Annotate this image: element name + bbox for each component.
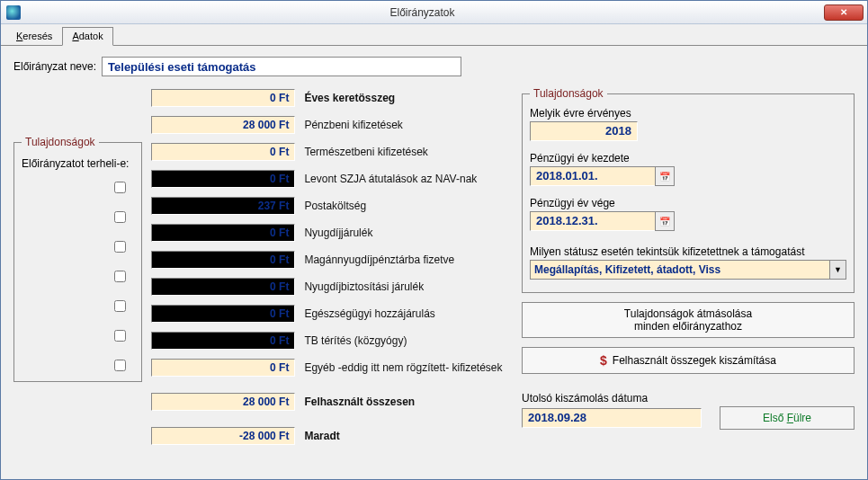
value-label: Magánnyugdíjpénztárba fizetve	[304, 253, 454, 266]
value-box[interactable]: 0 Ft	[151, 251, 295, 269]
value-row: 237 FtPostaköltség	[151, 195, 513, 217]
check-tb[interactable]	[114, 360, 126, 371]
value-label: Nyugdíjbiztosítási járulék	[304, 280, 424, 293]
value-box[interactable]: 28 000 Ft	[151, 116, 295, 134]
status-value: Megállapítás, Kifizetett, átadott, Viss	[530, 260, 830, 280]
fy-start-input[interactable]: 2018.01.01.	[530, 166, 656, 186]
copy-props-line2: minden előirányzathoz	[634, 320, 742, 333]
value-label: Egészségügyi hozzájárulás	[304, 307, 434, 320]
check-posta[interactable]	[114, 211, 126, 223]
value-label: Egyéb -eddig itt nem rögzített- kifizeté…	[304, 361, 502, 374]
value-label: Pénzbeni kifizetések	[304, 119, 402, 131]
content: Előirányzat neve: Tulajdonságok Előirány…	[1, 46, 867, 479]
tabstrip: Keresés Adatok	[1, 24, 867, 46]
value-box[interactable]: 0 Ft	[151, 170, 295, 188]
fy-start-label: Pénzügyi év kezdete	[530, 152, 846, 164]
value-row: 28 000 FtPénzbeni kifizetések	[151, 114, 513, 136]
name-input[interactable]	[102, 57, 461, 76]
chevron-down-icon: ▼	[834, 265, 842, 274]
year-input[interactable]: 2018	[530, 121, 638, 141]
check-nybizt[interactable]	[114, 300, 126, 312]
copy-props-line1: Tulajdonságok átmásolása	[624, 307, 752, 320]
value-row: 0 FtÉves keretösszeg	[151, 87, 513, 109]
value-label: TB térítés (közgyógy)	[304, 334, 407, 347]
fy-start-picker[interactable]: 📅	[655, 166, 675, 186]
fy-end-picker[interactable]: 📅	[655, 211, 675, 231]
value-box[interactable]: 0 Ft	[151, 89, 295, 107]
window: Előirányzatok ✕ Keresés Adatok Előirányz…	[0, 0, 868, 480]
name-row: Előirányzat neve:	[13, 57, 855, 76]
value-box[interactable]: 0 Ft	[151, 359, 295, 377]
left-properties-group: Tulajdonságok Előirányzatot terheli-e:	[13, 136, 142, 382]
value-row: 0 FtEgyéb -eddig itt nem rögzített- kifi…	[151, 357, 513, 378]
value-label: Éves keretösszeg	[304, 92, 395, 104]
fy-end-label: Pénzügyi év vége	[530, 197, 846, 209]
close-icon: ✕	[840, 7, 847, 17]
last-calc-value[interactable]: 2018.09.28	[522, 408, 702, 428]
left-group-question: Előirányzatot terheli-e:	[22, 157, 134, 170]
name-label: Előirányzat neve:	[13, 60, 96, 73]
value-box[interactable]: 28 000 Ft	[151, 393, 295, 411]
value-row: 0 FtNyugdíjbiztosítási járulék	[151, 276, 513, 298]
titlebar: Előirányzatok ✕	[1, 1, 867, 24]
value-label: Maradt	[304, 430, 339, 442]
value-box[interactable]: 0 Ft	[151, 305, 295, 323]
value-box[interactable]: 0 Ft	[151, 143, 295, 161]
last-calc-label: Utolsó kiszámolás dátuma	[522, 392, 855, 404]
value-box[interactable]: 0 Ft	[151, 224, 295, 242]
check-szja[interactable]	[114, 182, 126, 193]
tab-search[interactable]: Keresés	[6, 27, 62, 45]
value-box[interactable]: 237 Ft	[151, 197, 295, 215]
fy-end-input[interactable]: 2018.12.31.	[530, 211, 656, 231]
first-tab-button[interactable]: Első Fülre	[720, 406, 855, 430]
value-row: 28 000 FtFelhasznált összesen	[151, 391, 513, 413]
check-nyugdij[interactable]	[114, 241, 126, 253]
left-group-legend: Tulajdonságok	[22, 136, 99, 148]
close-button[interactable]: ✕	[824, 4, 864, 21]
value-box[interactable]: -28 000 Ft	[151, 427, 295, 445]
status-select[interactable]: Megállapítás, Kifizetett, átadott, Viss …	[530, 260, 846, 280]
dollar-icon: $	[600, 353, 607, 368]
value-label: Postaköltség	[304, 200, 366, 212]
value-label: Nyugdíjjárulék	[304, 227, 372, 239]
recompute-label: Felhasznált összegek kiszámítása	[613, 354, 776, 367]
value-box[interactable]: 0 Ft	[151, 332, 295, 350]
right-group-legend: Tulajdonságok	[530, 87, 607, 100]
check-eu[interactable]	[114, 330, 126, 342]
value-row: 0 FtLevont SZJA átutalások az NAV-nak	[151, 168, 513, 190]
value-row: 0 FtTB térítés (közgyógy)	[151, 330, 513, 351]
value-row: 0 FtEgészségügyi hozzájárulás	[151, 303, 513, 324]
year-label: Melyik évre érvényes	[530, 107, 846, 120]
right-properties-group: Tulajdonságok Melyik évre érvényes 2018 …	[522, 87, 855, 293]
check-magan[interactable]	[114, 271, 126, 282]
value-row: -28 000 FtMaradt	[151, 425, 513, 447]
app-icon	[6, 5, 21, 20]
value-label: Levont SZJA átutalások az NAV-nak	[304, 173, 477, 185]
values-column: 0 FtÉves keretösszeg28 000 FtPénzbeni ki…	[151, 87, 513, 452]
calendar-icon: 📅	[659, 217, 670, 227]
tab-data[interactable]: Adatok	[62, 27, 112, 46]
last-calc-section: Utolsó kiszámolás dátuma 2018.09.28 Első…	[522, 388, 855, 430]
value-row: 0 FtNyugdíjjárulék	[151, 222, 513, 244]
value-label: Felhasznált összesen	[304, 396, 415, 408]
value-row: 0 FtMagánnyugdíjpénztárba fizetve	[151, 249, 513, 271]
recompute-button[interactable]: $ Felhasznált összegek kiszámítása	[522, 347, 855, 374]
copy-properties-button[interactable]: Tulajdonságok átmásolása minden előirány…	[522, 302, 855, 338]
status-label: Milyen státusz esetén tekintsük kifizete…	[530, 245, 846, 258]
value-box[interactable]: 0 Ft	[151, 278, 295, 296]
status-dropdown-button[interactable]: ▼	[830, 260, 846, 280]
calendar-icon: 📅	[659, 172, 670, 182]
value-label: Természetbeni kifizetések	[304, 146, 427, 158]
value-row: 0 FtTermészetbeni kifizetések	[151, 141, 513, 163]
window-title: Előirányzatok	[21, 6, 824, 19]
